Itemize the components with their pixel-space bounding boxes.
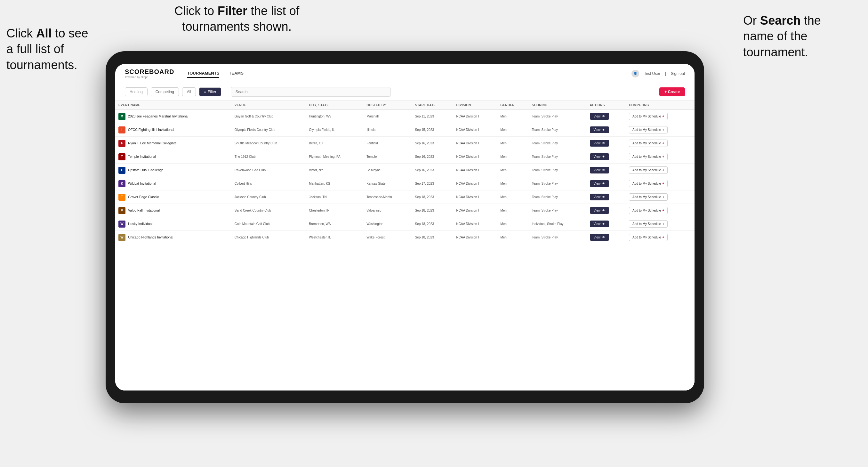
add-to-schedule-button[interactable]: Add to My Schedule + [629,153,668,160]
team-logo: F [118,140,125,147]
sign-out-link[interactable]: Sign out [671,71,685,76]
cell-venue: Ravenwood Golf Club [231,163,306,177]
cell-competing: Add to My Schedule + [626,137,694,150]
cell-start-date: Sep 16, 2023 [412,150,453,163]
cell-city-state: Bremerton, WA [306,217,363,231]
add-to-schedule-button[interactable]: Add to My Schedule + [629,126,668,133]
cell-hosted-by: Tennessee-Martin [363,190,412,204]
view-button[interactable]: View 👁 [590,167,610,174]
view-button[interactable]: View 👁 [590,113,610,120]
cell-city-state: Chesterton, IN [306,204,363,217]
add-to-schedule-button[interactable]: Add to My Schedule + [629,207,668,214]
cell-event-name: L Upstate Dual Challenge [115,163,231,177]
cell-city-state: Olympia Fields, IL [306,123,363,137]
cell-event-name: F Ryan T. Lee Memorial Collegiate [115,137,231,150]
cell-hosted-by: Wake Forest [363,231,412,244]
view-button[interactable]: View 👁 [590,140,610,147]
competing-button[interactable]: Competing [151,87,179,96]
view-button[interactable]: View 👁 [590,194,610,200]
eye-icon: 👁 [602,155,605,158]
cell-scoring: Team, Stroke Play [529,150,587,163]
view-button[interactable]: View 👁 [590,153,610,160]
col-actions: ACTIONS [587,101,626,110]
table-row: I OFCC Fighting Illini Invitational Olym… [115,123,694,137]
hosting-button[interactable]: Hosting [125,87,148,96]
cell-hosted-by: Valparaiso [363,204,412,217]
event-name-text: 2023 Joe Feaganes Marshall Invitational [128,114,188,119]
cell-start-date: Sep 17, 2023 [412,177,453,190]
cell-start-date: Sep 16, 2023 [412,163,453,177]
event-name-text: Upstate Dual Challenge [128,168,163,173]
eye-icon: 👁 [602,195,605,199]
create-button[interactable]: + Create [659,87,685,96]
cell-start-date: Sep 15, 2023 [412,123,453,137]
cell-competing: Add to My Schedule + [626,150,694,163]
cell-start-date: Sep 11, 2023 [412,110,453,123]
eye-icon: 👁 [602,209,605,212]
table-row: K Wildcat Invitational Colbert Hills Man… [115,177,694,190]
col-venue: VENUE [231,101,306,110]
search-input[interactable] [231,87,391,97]
eye-icon: 👁 [602,115,605,118]
logo-title: SCOREBOARD [125,68,174,75]
cell-city-state: Jackson, TN [306,190,363,204]
all-button[interactable]: All [182,87,196,96]
cell-start-date: Sep 18, 2023 [412,231,453,244]
tab-teams[interactable]: TEAMS [229,69,244,78]
team-logo: K [118,180,125,187]
event-name-text: Chicago Highlands Invitational [128,235,173,240]
table-row: T Grover Page Classic Jackson Country Cl… [115,190,694,204]
header-right: 👤 Test User | Sign out [631,70,685,77]
cell-gender: Men [497,204,528,217]
add-to-schedule-button[interactable]: Add to My Schedule + [629,234,668,241]
cell-actions: View 👁 [587,204,626,217]
cell-venue: Chicago Highlands Club [231,231,306,244]
team-logo: V [118,207,125,214]
add-to-schedule-button[interactable]: Add to My Schedule + [629,113,668,120]
plus-icon: + [662,182,664,185]
add-to-schedule-button[interactable]: Add to My Schedule + [629,139,668,147]
filter-button[interactable]: ≡ Filter [199,87,221,96]
team-logo: I [118,126,125,133]
cell-scoring: Team, Stroke Play [529,110,587,123]
table-header-row: EVENT NAME VENUE CITY, STATE HOSTED BY S… [115,101,694,110]
add-to-schedule-button[interactable]: Add to My Schedule + [629,193,668,201]
cell-event-name: K Wildcat Invitational [115,177,231,190]
user-label: Test User [644,71,660,76]
plus-icon: + [662,195,664,199]
plus-icon: + [662,115,664,118]
event-name-text: Grover Page Classic [128,195,159,199]
cell-event-name: T Grover Page Classic [115,190,231,204]
cell-city-state: Victor, NY [306,163,363,177]
cell-actions: View 👁 [587,163,626,177]
cell-venue: Gold Mountain Golf Club [231,217,306,231]
cell-division: NCAA Division I [453,204,497,217]
add-to-schedule-button[interactable]: Add to My Schedule + [629,166,668,174]
eye-icon: 👁 [602,128,605,131]
cell-gender: Men [497,190,528,204]
cell-division: NCAA Division I [453,123,497,137]
cell-actions: View 👁 [587,231,626,244]
table-row: F Ryan T. Lee Memorial Collegiate Shuttl… [115,137,694,150]
view-button[interactable]: View 👁 [590,126,610,133]
view-button[interactable]: View 👁 [590,221,610,227]
cell-start-date: Sep 18, 2023 [412,217,453,231]
cell-event-name: I OFCC Fighting Illini Invitational [115,123,231,137]
tab-tournaments[interactable]: TOURNAMENTS [187,69,219,78]
add-to-schedule-button[interactable]: Add to My Schedule + [629,180,668,187]
cell-venue: Shuttle Meadow Country Club [231,137,306,150]
table-row: V Valpo Fall Invitational Sand Creek Cou… [115,204,694,217]
col-scoring: SCORING [529,101,587,110]
cell-event-name: T Temple Invitational [115,150,231,163]
view-button[interactable]: View 👁 [590,180,610,187]
event-name-text: Valpo Fall Invitational [128,208,160,213]
annotation-top-right: Or Search thename of thetournament. [743,13,859,60]
cell-venue: Guyan Golf & Country Club [231,110,306,123]
cell-city-state: Huntington, WV [306,110,363,123]
add-to-schedule-button[interactable]: Add to My Schedule + [629,220,668,227]
view-button[interactable]: View 👁 [590,234,610,241]
view-button[interactable]: View 👁 [590,207,610,214]
cell-competing: Add to My Schedule + [626,163,694,177]
cell-venue: Olympia Fields Country Club [231,123,306,137]
cell-competing: Add to My Schedule + [626,231,694,244]
